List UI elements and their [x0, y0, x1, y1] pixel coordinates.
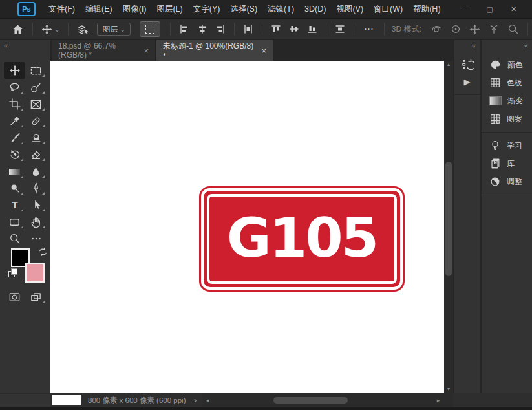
- 3d-slide-button[interactable]: [488, 23, 500, 35]
- history-brush-tool-icon: [9, 149, 21, 160]
- distribute-horizontal-button[interactable]: [243, 24, 253, 34]
- menu-3d[interactable]: 3D(D): [299, 0, 331, 18]
- spot-healing-brush-tool[interactable]: [25, 113, 47, 129]
- patterns-panel-button[interactable]: 图案: [482, 110, 532, 128]
- svg-text:T: T: [12, 199, 18, 210]
- show-transform-controls-toggle[interactable]: [140, 21, 160, 37]
- 3d-pan-button[interactable]: [469, 24, 480, 35]
- zoom-level-field[interactable]: [52, 395, 81, 405]
- history-panel-button[interactable]: [454, 56, 480, 73]
- gradient-tool[interactable]: [4, 163, 25, 180]
- zoom-tool[interactable]: [4, 230, 25, 247]
- move-tool[interactable]: [4, 62, 25, 79]
- separator: [527, 23, 528, 36]
- edit-toolbar-button[interactable]: [25, 230, 47, 247]
- tab-18psd[interactable]: 18.psd @ 66.7%(RGB/8) * ×: [52, 40, 156, 61]
- rectangular-marquee-tool[interactable]: [25, 62, 47, 79]
- auto-select-button[interactable]: [77, 23, 89, 36]
- menu-select[interactable]: 选择(S): [225, 0, 262, 18]
- libraries-panel-button[interactable]: 库: [482, 155, 532, 173]
- swatches-panel-button[interactable]: 色板: [482, 74, 532, 92]
- move-tool-preset[interactable]: ⌄: [41, 24, 59, 35]
- scroll-left-icon[interactable]: ◂: [203, 393, 212, 407]
- vertical-scrollbar[interactable]: ▴ ▾: [444, 61, 453, 393]
- screen-mode-button[interactable]: [25, 288, 47, 305]
- quick-mask-button[interactable]: [4, 288, 25, 305]
- tab-untitled-1[interactable]: 未标题-1 @ 100%(RGB/8) * ×: [156, 40, 273, 61]
- scroll-right-icon[interactable]: ▸: [434, 393, 443, 407]
- 3d-zoom-button[interactable]: [507, 23, 519, 35]
- scroll-down-icon[interactable]: ▾: [444, 386, 453, 392]
- close-tab-icon[interactable]: ×: [144, 46, 149, 56]
- separator: [482, 195, 532, 195]
- learn-panel-button[interactable]: 学习: [482, 136, 532, 155]
- default-colors-icon[interactable]: [8, 268, 17, 277]
- align-right-icon: [215, 24, 226, 34]
- close-button[interactable]: ✕: [502, 0, 526, 19]
- align-bottom-edges-button[interactable]: [307, 24, 317, 34]
- 3d-roll-button[interactable]: [450, 23, 462, 35]
- brush-tool[interactable]: [4, 129, 25, 146]
- menu-file[interactable]: 文件(F): [43, 0, 80, 18]
- menu-edit[interactable]: 编辑(E): [80, 0, 118, 18]
- menu-help[interactable]: 帮助(H): [408, 0, 445, 18]
- align-left-edges-button[interactable]: [179, 24, 189, 34]
- home-button[interactable]: [12, 23, 24, 36]
- gradients-panel-button[interactable]: 渐变: [482, 92, 532, 110]
- align-top-edges-button[interactable]: [271, 24, 281, 34]
- 3d-orbit-button[interactable]: [431, 23, 442, 35]
- eyedropper-tool[interactable]: [4, 113, 25, 129]
- history-brush-tool[interactable]: [4, 146, 25, 163]
- align-vertical-centers-button[interactable]: [289, 24, 299, 34]
- adjustments-panel-button[interactable]: 调整: [482, 173, 532, 191]
- collapse-panel-icon[interactable]: «: [472, 41, 476, 49]
- color-palette-icon: [489, 59, 502, 71]
- actions-panel-button[interactable]: ▶: [454, 73, 480, 91]
- collapse-tools-icon[interactable]: «: [4, 41, 8, 49]
- vertical-scrollbar-thumb[interactable]: [445, 162, 452, 276]
- menu-layer[interactable]: 图层(L): [151, 0, 187, 18]
- document-info[interactable]: 800 像素 x 600 像素 (600 ppi): [88, 393, 186, 407]
- move-icon: [41, 24, 52, 35]
- distribute-vertical-button[interactable]: [335, 24, 345, 34]
- minimize-button[interactable]: —: [454, 0, 478, 19]
- swap-colors-icon[interactable]: [39, 248, 47, 256]
- menu-image[interactable]: 图像(I): [118, 0, 152, 18]
- dodge-tool[interactable]: [4, 180, 25, 197]
- tools-panel-header: «: [0, 40, 50, 61]
- eraser-tool[interactable]: [25, 146, 47, 163]
- menu-view[interactable]: 视图(V): [331, 0, 368, 18]
- align-right-edges-button[interactable]: [215, 24, 226, 34]
- screen-mode-icon: [30, 291, 42, 303]
- background-color-swatch[interactable]: [25, 263, 45, 283]
- more-options-button[interactable]: ⋯: [364, 23, 374, 35]
- wide-panel-header: «: [482, 40, 532, 56]
- horizontal-scrollbar[interactable]: ◂ ▸: [202, 393, 444, 407]
- type-tool[interactable]: T: [4, 197, 25, 213]
- quick-selection-tool[interactable]: [25, 79, 47, 96]
- crop-tool[interactable]: [4, 96, 25, 113]
- rectangle-tool[interactable]: [4, 213, 25, 230]
- libraries-icon: [489, 158, 501, 169]
- menu-type[interactable]: 文字(Y): [188, 0, 226, 18]
- blur-tool[interactable]: [25, 163, 47, 180]
- collapse-panel-icon[interactable]: «: [524, 41, 528, 49]
- menu-window[interactable]: 窗口(W): [368, 0, 408, 18]
- lasso-tool[interactable]: [4, 79, 25, 96]
- document-canvas[interactable]: G105: [50, 61, 444, 393]
- horizontal-scrollbar-thumb[interactable]: [273, 397, 348, 404]
- close-tab-icon[interactable]: ×: [261, 46, 266, 56]
- color-panel-button[interactable]: 颜色: [482, 56, 532, 74]
- menu-filter[interactable]: 滤镜(T): [262, 0, 299, 18]
- status-chevron-icon[interactable]: ›: [191, 393, 199, 407]
- frame-tool[interactable]: [25, 96, 47, 113]
- maximize-button[interactable]: ▢: [478, 0, 502, 19]
- scroll-up-icon[interactable]: ▴: [444, 61, 453, 67]
- align-horizontal-centers-button[interactable]: [197, 24, 207, 34]
- clone-stamp-tool[interactable]: [25, 129, 47, 146]
- pen-tool[interactable]: [25, 180, 47, 197]
- swatches-grid-icon: [489, 77, 501, 89]
- auto-select-target-dropdown[interactable]: 图层 ⌄: [97, 23, 130, 36]
- hand-tool[interactable]: [25, 213, 47, 230]
- path-selection-tool[interactable]: [25, 197, 47, 213]
